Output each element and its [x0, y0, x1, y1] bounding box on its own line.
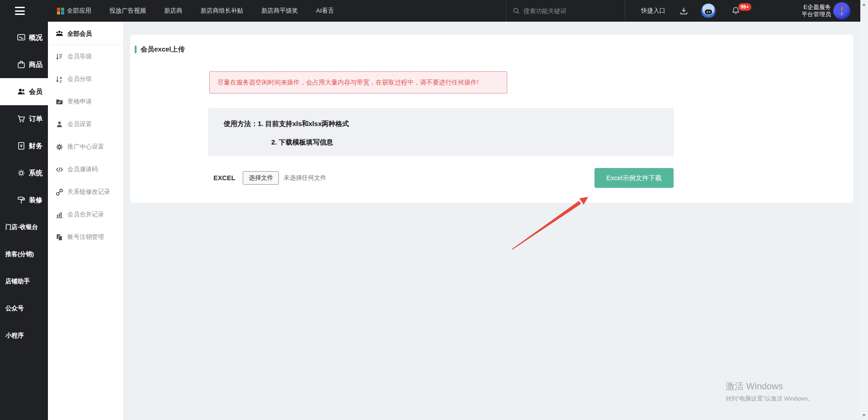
submenu-all-members[interactable]: 全部会员: [48, 23, 123, 45]
usage-line-2: 2. 下载模板填写信息: [271, 138, 333, 147]
excel-upload-card: 会员excel上传 尽量在服务器空闲时间来操作，会占用大量内存与带宽，在获取过程…: [130, 35, 853, 203]
search-input[interactable]: [524, 8, 614, 14]
finance-icon: ¥: [17, 141, 26, 150]
excel-label: EXCEL: [213, 174, 235, 182]
svg-text:¥: ¥: [20, 144, 22, 148]
title-accent-bar: [135, 46, 137, 53]
svg-text:Z: Z: [60, 79, 62, 83]
usage-line-1: 使用方法：1. 目前支持xls和xlsx两种格式: [224, 120, 349, 128]
quick-entry-link[interactable]: 快捷入口: [641, 0, 665, 22]
choose-file-button[interactable]: 选择文件: [243, 171, 279, 185]
menu-icon[interactable]: [15, 7, 25, 15]
code-icon: [56, 166, 63, 173]
all-members-icon: [56, 30, 63, 37]
submenu-promotion-settings[interactable]: 推广中心设置: [48, 135, 123, 158]
submenu-merge-record[interactable]: 会员合并记录: [48, 203, 123, 226]
apps-grid-icon: [57, 8, 64, 14]
svg-text:A: A: [60, 76, 62, 79]
sidebar-item-orders[interactable]: 订单: [0, 105, 48, 132]
scrollbar-up-arrow[interactable]: [862, 3, 866, 6]
sidebar-item-goods[interactable]: 商品: [0, 51, 48, 78]
main-content: 会员excel上传 尽量在服务器空闲时间来操作，会占用大量内存与带宽，在获取过程…: [123, 22, 860, 420]
sort-level-icon: [56, 53, 63, 61]
sidebar-item-official-account[interactable]: 公众号: [0, 295, 48, 322]
nav-item-peer-award[interactable]: 新店商平级奖: [261, 7, 298, 15]
sidebar-item-store-cashier[interactable]: 门店-收银台: [0, 214, 48, 241]
submenu-qualification[interactable]: 资格申请: [48, 90, 123, 113]
nav-item-ai-tongue[interactable]: AI看舌: [316, 7, 334, 15]
search-icon: [513, 7, 520, 14]
topbar: 全部应用 投放广告视频 新店商 新店商组长补贴 新店商平级奖 AI看舌 快捷入口…: [0, 0, 860, 22]
gear-icon: [56, 143, 63, 151]
sidebar-item-shop-assistant[interactable]: 店铺助手: [0, 268, 48, 295]
page-title: 会员excel上传: [141, 45, 185, 54]
nav-all-apps-label: 全部应用: [67, 7, 91, 15]
usage-instructions: 使用方法：1. 目前支持xls和xlsx两种格式 2. 下载模板填写信息: [208, 108, 674, 156]
sidebar-item-system[interactable]: 系统: [0, 159, 48, 187]
upload-row: EXCEL 选择文件 未选择任何文件 Excel示例文件下载: [208, 168, 674, 188]
submenu-member-level[interactable]: 会员等级: [48, 45, 123, 68]
avatar[interactable]: [833, 2, 850, 19]
no-file-text: 未选择任何文件: [283, 174, 326, 182]
scrollbar-down-arrow[interactable]: [862, 414, 866, 417]
sidebar-item-members[interactable]: 会员: [0, 78, 48, 105]
nav-all-apps[interactable]: 全部应用: [57, 7, 91, 15]
submenu-member-settings[interactable]: 会员设置: [48, 113, 123, 135]
primary-sidebar: 概况 商品 会员 订单 ¥ 财务 系统: [0, 22, 48, 420]
user-info[interactable]: E企盈服务 平台管理员: [792, 4, 831, 18]
paint-roller-icon: [17, 196, 26, 205]
chain-link-icon: [56, 188, 63, 196]
person-icon: [56, 121, 63, 128]
user-role: 平台管理员: [792, 11, 831, 18]
warning-alert: 尽量在服务器空闲时间来操作，会占用大量内存与带宽，在获取过程中，请不要进行任何操…: [209, 71, 507, 93]
nav-item-new-shop[interactable]: 新店商: [164, 7, 183, 15]
assistant-robot-icon[interactable]: [701, 4, 716, 18]
overview-icon: [17, 33, 26, 42]
sidebar-item-mini-program[interactable]: 小程序: [0, 322, 48, 349]
folder-check-icon: [56, 98, 63, 106]
bar-chart-icon: [56, 211, 63, 219]
members-icon: [17, 87, 26, 96]
nav-item-group-subsidy[interactable]: 新店商组长补贴: [201, 7, 244, 15]
goods-icon: [17, 60, 26, 69]
app-root: 全部应用 投放广告视频 新店商 新店商组长补贴 新店商平级奖 AI看舌 快捷入口…: [0, 0, 868, 420]
notification-badge: 99+: [738, 3, 751, 11]
member-submenu: 全部会员 会员等级 AZ 会员分组 资格申请 会员设置 推广中心设置: [48, 22, 123, 420]
submenu-member-group[interactable]: AZ 会员分组: [48, 68, 123, 90]
sort-alpha-icon: AZ: [56, 75, 63, 83]
copy-file-icon: [56, 233, 63, 241]
sidebar-item-distribution[interactable]: 推客(分销): [0, 241, 48, 268]
sample-download-button[interactable]: Excel示例文件下载: [594, 168, 674, 188]
submenu-relation-chain[interactable]: 关系链修改记录: [48, 181, 123, 203]
sidebar-item-finance[interactable]: ¥ 财务: [0, 132, 48, 159]
vertical-scrollbar[interactable]: [860, 0, 868, 420]
search-box: [506, 0, 625, 22]
page-title-row: 会员excel上传: [135, 45, 185, 54]
nav-item-ad-video[interactable]: 投放广告视频: [109, 7, 146, 15]
sidebar-item-decorate[interactable]: 装修: [0, 187, 48, 214]
submenu-invite-code[interactable]: 会员邀请码: [48, 158, 123, 181]
orders-cart-icon: [17, 114, 26, 123]
user-org: E企盈服务: [792, 4, 831, 11]
top-navigation: 全部应用 投放广告视频 新店商 新店商组长补贴 新店商平级奖 AI看舌: [57, 0, 334, 22]
sidebar-item-overview[interactable]: 概况: [0, 24, 48, 51]
submenu-account-cancel[interactable]: 账号注销管理: [48, 226, 123, 248]
download-icon[interactable]: [679, 6, 689, 15]
system-gear-icon: [17, 168, 26, 177]
